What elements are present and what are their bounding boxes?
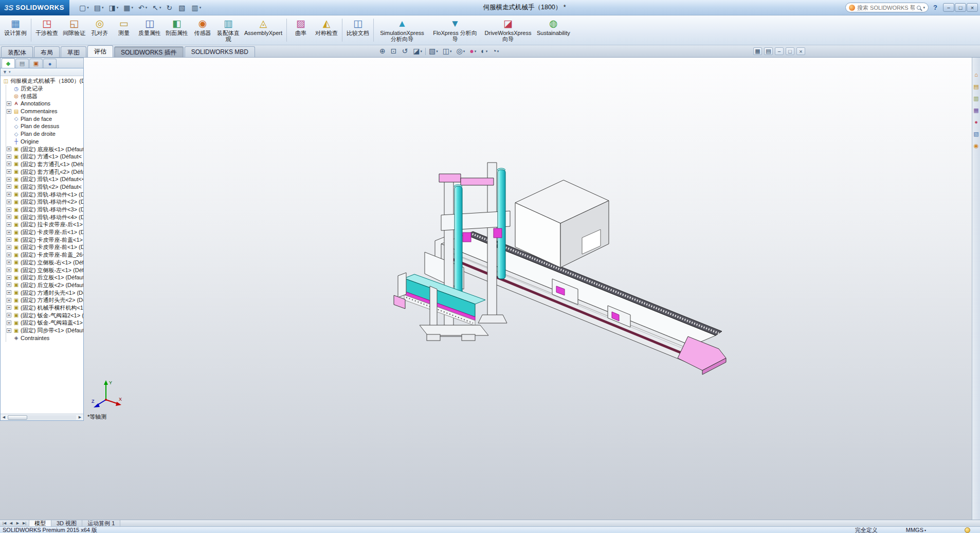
ribbon-tool[interactable]: ◱ 间隙验证 <box>61 16 87 44</box>
tree-item[interactable]: + (固定) 立侧板-左<1> (Défa <box>6 266 83 274</box>
robot-model-view[interactable] <box>0 58 972 520</box>
edit-appearance-button[interactable]: ● ▾ <box>468 47 478 56</box>
expander-icon[interactable]: + <box>7 147 11 151</box>
dimxpertmanager-tab[interactable]: ● <box>43 59 57 68</box>
ribbon-tool[interactable]: ◭ 对称检查 <box>313 16 340 44</box>
tree-item[interactable]: + Plan de dessus <box>6 122 83 130</box>
expander-icon[interactable]: + <box>7 313 11 317</box>
tree-item[interactable]: + (固定) 滑轨-移动件<1> (D <box>6 190 83 198</box>
expander-icon[interactable]: + <box>7 298 11 303</box>
propertymanager-tab[interactable]: ▤ <box>15 59 29 68</box>
study-tab[interactable]: 模型 <box>29 520 51 526</box>
scroll-left-icon[interactable]: ◀ <box>1 415 7 419</box>
configurationmanager-tab[interactable]: ▣ <box>29 59 43 68</box>
expander-icon[interactable]: + <box>7 230 11 235</box>
expander-icon[interactable]: + <box>7 237 11 242</box>
tree-item[interactable]: + (固定) 拉卡皮带座-后<1> <box>6 221 83 228</box>
save-button[interactable]: ◨ ▾ <box>106 2 121 14</box>
ribbon-tool[interactable]: ◧ 剖面属性 <box>164 16 190 44</box>
expander-icon[interactable]: + <box>7 321 11 325</box>
select-button[interactable]: ↖ ▾ <box>150 2 164 14</box>
tree-item[interactable]: + Annotations <box>6 100 83 108</box>
tree-horizontal-scrollbar[interactable]: ◀ ▶ <box>1 414 83 420</box>
scroll-right-icon[interactable]: ▶ <box>77 415 83 419</box>
tile-horizontally-button[interactable]: ▦ <box>753 47 762 55</box>
undo-button[interactable]: ↶ ▾ <box>136 2 150 14</box>
solidworks-resources-tab[interactable]: ⌂ <box>973 71 980 78</box>
tree-item[interactable]: + (固定) 套方通孔<1> (Défa <box>6 161 83 168</box>
scrollbar-track[interactable] <box>8 415 76 420</box>
tree-item[interactable]: + (固定) 立侧板-右<1> (Défa <box>6 259 83 266</box>
tree-item[interactable]: + (固定) 滑轨<2> (Défaut< <box>6 183 83 191</box>
tree-item[interactable]: + (固定) 钣金-气阀箱盖<1> ( <box>6 319 83 327</box>
expander-icon[interactable]: + <box>7 275 11 280</box>
view-orientation-button[interactable]: ▧ ▾ <box>427 47 440 56</box>
expander-icon[interactable]: + <box>7 290 11 295</box>
expander-icon[interactable]: + <box>7 184 11 189</box>
expander-icon[interactable]: + <box>7 200 11 204</box>
file-explorer-tab[interactable]: ▥ <box>973 95 980 102</box>
command-tab[interactable]: 草图 <box>61 46 86 57</box>
units-selector[interactable]: MMGS ▾ <box>906 527 926 533</box>
options-button[interactable]: ▥ ▾ <box>189 2 204 14</box>
command-tab[interactable]: SOLIDWORKS 插件 <box>114 46 184 57</box>
expander-icon[interactable]: + <box>7 177 11 182</box>
expander-icon[interactable]: + <box>7 260 11 264</box>
expander-icon[interactable]: + <box>7 154 11 159</box>
expander-icon[interactable]: + <box>7 109 11 114</box>
restore-document-button[interactable]: □ <box>786 47 794 55</box>
ribbon-tool[interactable]: ◍ Sustainability <box>535 16 572 44</box>
expander-icon[interactable]: + <box>7 305 11 310</box>
expander-icon[interactable]: + <box>7 245 11 250</box>
tree-item[interactable]: + 传感器 <box>6 92 83 100</box>
expander-icon[interactable]: + <box>7 282 11 287</box>
help-button[interactable]: ? <box>931 3 940 12</box>
expander-icon[interactable]: + <box>7 328 11 333</box>
tree-item[interactable]: + (固定) 底座板<1> (Défaut <box>6 145 83 153</box>
scrollbar-thumb[interactable] <box>8 415 27 420</box>
tree-item[interactable]: + Origine <box>6 138 83 146</box>
quick-tips-icon[interactable] <box>965 527 970 533</box>
tree-item[interactable]: + (固定) 套方通孔<2> (Défa <box>6 168 83 175</box>
file-properties-button[interactable]: ▧ <box>176 2 189 14</box>
ribbon-tool[interactable]: ◳ 干涉检查 <box>33 16 60 44</box>
close-document-button[interactable]: × <box>796 47 805 55</box>
command-tab[interactable]: 装配体 <box>1 46 33 57</box>
close-button[interactable]: × <box>967 3 978 12</box>
tile-vertically-button[interactable]: ▤ <box>764 47 773 55</box>
orientation-triad[interactable]: Y X Z <box>90 377 123 410</box>
design-library-tab[interactable]: ▤ <box>973 83 980 90</box>
previous-view-button[interactable]: ↺ <box>400 47 410 56</box>
view-settings-button[interactable]: ◔ ▾ <box>491 47 500 56</box>
tree-item[interactable]: + (固定) 钣金-气阀箱2<1> (D <box>6 311 83 319</box>
expander-icon[interactable]: + <box>7 253 11 257</box>
hide-show-items-button[interactable]: ◎ ▾ <box>455 47 466 56</box>
appearances-scenes-tab[interactable]: ● <box>973 118 980 126</box>
graphics-area[interactable]: Y X Z *等轴测 <box>0 58 972 520</box>
search-icon[interactable] <box>917 6 921 10</box>
minimize-document-button[interactable]: − <box>775 47 784 55</box>
expander-icon[interactable]: + <box>7 207 11 212</box>
tree-item[interactable]: + (固定) 滑轨<1> (Défaut<< <box>6 175 83 183</box>
display-style-button[interactable]: ◫ ▾ <box>441 47 453 56</box>
tree-item[interactable]: + (固定) 方通封头壳<1> (Dé <box>6 289 83 296</box>
tree-item[interactable]: + (固定) 卡皮带座-前盖_26<1 <box>6 251 83 259</box>
separator[interactable] <box>425 48 426 55</box>
tree-item[interactable]: + (固定) 滑轨-移动件<3> (D <box>6 206 83 214</box>
ribbon-tool[interactable]: ▲ SimulationXpress 分析向导 <box>376 16 428 44</box>
ribbon-tool[interactable]: ◉ 传感器 <box>191 16 214 44</box>
ribbon-tool[interactable] <box>286 19 287 42</box>
ribbon-tool[interactable]: ◪ DriveWorksXpress 向导 <box>482 16 534 44</box>
ribbon-tool[interactable] <box>342 19 342 42</box>
expander-icon[interactable]: + <box>7 268 11 272</box>
tree-item[interactable]: + (固定) 方通<1> (Défaut< <box>6 153 83 161</box>
expander-icon[interactable]: + <box>7 101 11 106</box>
expander-icon[interactable]: + <box>7 192 11 197</box>
tree-item[interactable]: + (固定) 方通封头壳<2> (Dé <box>6 296 83 304</box>
tree-item[interactable]: + (固定) 机械手横杆机构<1> <box>6 304 83 312</box>
zoom-fit-button[interactable]: ⊕ <box>378 47 388 56</box>
first-tab-button[interactable]: |◀ <box>1 521 8 525</box>
section-view-button[interactable]: ◪ ▾ <box>411 47 424 56</box>
expander-icon[interactable]: + <box>7 215 11 219</box>
ribbon-tool[interactable]: ◬ AssemblyXpert <box>242 16 284 44</box>
